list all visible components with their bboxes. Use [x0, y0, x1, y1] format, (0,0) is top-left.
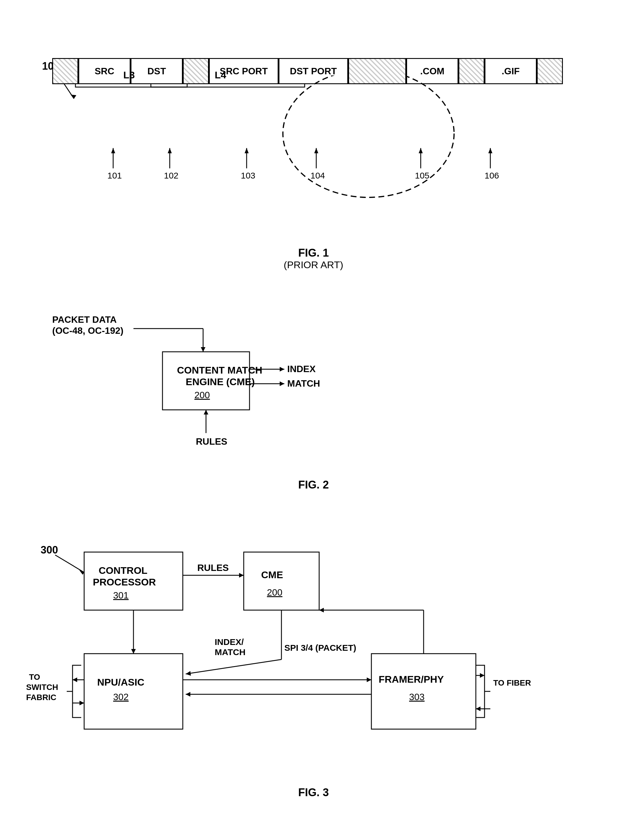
svg-line-71	[186, 659, 282, 674]
svg-text:300: 300	[41, 544, 58, 556]
svg-marker-11	[168, 148, 172, 153]
svg-text:MATCH: MATCH	[287, 378, 320, 389]
svg-text:CONTENT MATCH: CONTENT MATCH	[177, 364, 262, 376]
packet-cell-hatched-1	[52, 58, 78, 84]
svg-marker-51	[239, 573, 244, 578]
svg-text:302: 302	[113, 692, 129, 702]
packet-cell-hatched-5	[537, 58, 563, 84]
svg-marker-87	[476, 706, 480, 711]
svg-marker-80	[79, 701, 84, 705]
svg-rect-58	[84, 654, 183, 729]
fig1-diagram: 100 L3 L4 L7 SRC	[23, 58, 604, 271]
svg-marker-29	[201, 347, 205, 352]
svg-text:CONTROL: CONTROL	[99, 565, 147, 576]
svg-text:104: 104	[310, 171, 325, 180]
svg-marker-23	[488, 148, 492, 153]
fig3-svg: 300 CONTROL PROCESSOR 301 RULES CME 200 …	[23, 509, 627, 793]
packet-cell-hatched-2	[183, 58, 209, 84]
svg-text:SWITCH: SWITCH	[26, 683, 58, 692]
svg-marker-76	[367, 678, 372, 682]
svg-marker-17	[314, 148, 318, 153]
fig2-caption: FIG. 2	[23, 479, 604, 491]
packet-cell-hatched-4	[458, 58, 485, 84]
svg-marker-38	[280, 381, 284, 386]
svg-text:ENGINE (CME): ENGINE (CME)	[186, 376, 255, 387]
svg-marker-72	[186, 671, 191, 676]
svg-text:SPI 3/4 (PACKET): SPI 3/4 (PACKET)	[284, 643, 356, 652]
svg-text:301: 301	[113, 590, 129, 600]
svg-text:(OC-48, OC-192): (OC-48, OC-192)	[52, 325, 123, 336]
svg-text:TO: TO	[29, 673, 40, 681]
packet-cell-com: .COM	[406, 58, 458, 84]
svg-text:PROCESSOR: PROCESSOR	[93, 577, 156, 588]
svg-text:103: 103	[241, 171, 255, 180]
svg-marker-74	[186, 692, 190, 697]
svg-line-44	[55, 555, 84, 572]
svg-text:MATCH: MATCH	[215, 647, 246, 657]
packet-cell-src: SRC	[78, 58, 131, 84]
svg-text:NPU/ASIC: NPU/ASIC	[97, 676, 144, 688]
packet-cell-hatched-3	[348, 58, 406, 84]
svg-text:105: 105	[415, 171, 429, 180]
svg-text:PACKET DATA: PACKET DATA	[52, 314, 117, 325]
packet-cell-srcport: SRC PORT	[209, 58, 279, 84]
svg-marker-57	[131, 649, 136, 654]
svg-text:FABRIC: FABRIC	[26, 693, 56, 702]
svg-text:CME: CME	[261, 569, 283, 580]
svg-marker-20	[419, 148, 423, 153]
svg-marker-14	[244, 148, 249, 153]
svg-text:303: 303	[409, 692, 424, 702]
packet-cell-gif: .GIF	[485, 58, 537, 84]
svg-text:102: 102	[164, 171, 178, 180]
fig3-caption: FIG. 3	[23, 786, 604, 799]
svg-text:RULES: RULES	[197, 563, 228, 573]
svg-text:RULES: RULES	[196, 436, 227, 447]
svg-text:INDEX: INDEX	[287, 364, 316, 374]
fig1-caption: FIG. 1 (PRIOR ART)	[23, 247, 604, 271]
svg-text:101: 101	[107, 171, 122, 180]
svg-text:INDEX/: INDEX/	[215, 637, 244, 647]
svg-marker-85	[480, 673, 485, 678]
svg-rect-53	[244, 552, 319, 610]
fig3-diagram: 300 CONTROL PROCESSOR 301 RULES CME 200 …	[23, 509, 604, 799]
svg-marker-8	[111, 148, 115, 153]
fig2-svg: PACKET DATA (OC-48, OC-192) CONTENT MATC…	[23, 288, 603, 485]
svg-text:TO FIBER: TO FIBER	[493, 678, 531, 687]
svg-marker-78	[72, 678, 77, 682]
svg-text:106: 106	[485, 171, 499, 180]
fig2-diagram: PACKET DATA (OC-48, OC-192) CONTENT MATC…	[23, 288, 604, 491]
svg-marker-35	[280, 367, 284, 372]
svg-text:200: 200	[194, 390, 210, 400]
packet-cell-dstport: DST PORT	[279, 58, 348, 84]
svg-text:FRAMER/PHY: FRAMER/PHY	[379, 674, 444, 685]
fig1-packet-row: SRC DST SRC PORT DST PORT .COM .GIF	[52, 58, 604, 84]
svg-marker-67	[319, 608, 324, 612]
packet-cell-dst: DST	[131, 58, 183, 84]
svg-rect-61	[372, 654, 476, 729]
svg-marker-41	[204, 410, 208, 414]
svg-text:200: 200	[267, 587, 282, 597]
fig1-arrows-below: 101 102 103 104 105 106	[72, 148, 537, 189]
